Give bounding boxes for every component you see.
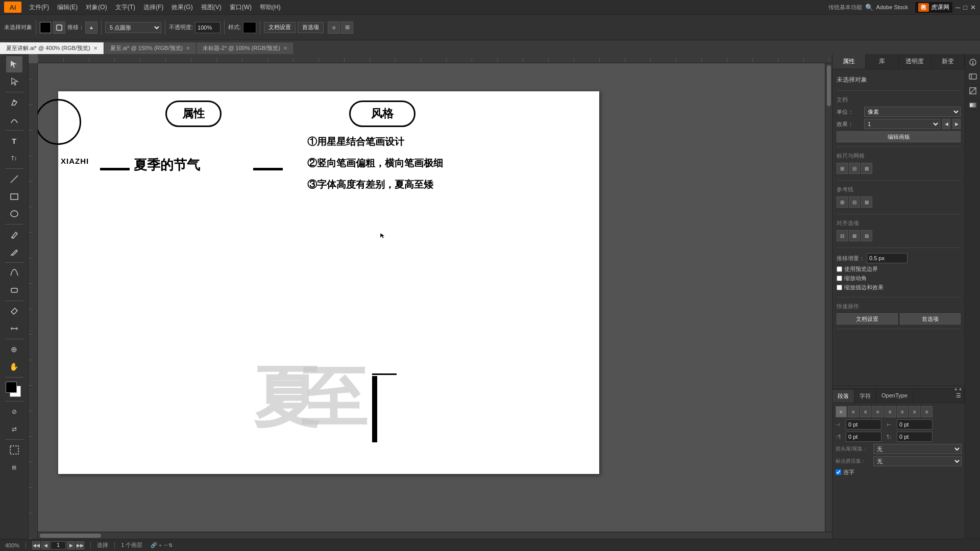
align-justify-r-btn[interactable]: ≡ bbox=[897, 406, 908, 417]
tab-1[interactable]: 夏至.ai* @ 150% (RGB/预览) ✕ bbox=[104, 42, 197, 54]
guide-icon-1[interactable]: ⊞ bbox=[837, 196, 848, 208]
tab-close-2[interactable]: ✕ bbox=[283, 45, 287, 51]
stroke-icon-btn[interactable] bbox=[53, 21, 65, 34]
opacity-input[interactable] bbox=[195, 22, 220, 33]
eraser-tool[interactable] bbox=[6, 282, 22, 298]
direct-select-tool[interactable] bbox=[6, 73, 22, 90]
type-tool[interactable]: T bbox=[6, 133, 22, 149]
page-number-input[interactable] bbox=[51, 541, 66, 549]
resolution-dropdown[interactable]: 1 bbox=[864, 119, 940, 129]
tab-gradient[interactable]: 新变 bbox=[932, 54, 965, 69]
minimize-icon[interactable]: ─ bbox=[955, 4, 960, 11]
edit-artboards-btn[interactable]: 编辑画板 bbox=[837, 131, 961, 142]
page-nav-left[interactable]: ◀◀ bbox=[32, 541, 40, 549]
tab-properties[interactable]: 属性 bbox=[832, 54, 866, 69]
hand-tool[interactable]: ✋ bbox=[6, 359, 22, 375]
vertical-scrollbar[interactable] bbox=[825, 63, 832, 532]
ruler-icon-2[interactable]: ⊟ bbox=[849, 163, 860, 174]
menu-edit[interactable]: 编辑(E) bbox=[54, 2, 81, 13]
measure-tool[interactable] bbox=[6, 320, 22, 337]
menu-object[interactable]: 对象(O) bbox=[82, 2, 110, 13]
use-preview-checkbox[interactable] bbox=[837, 266, 842, 272]
tab-libraries[interactable]: 库 bbox=[866, 54, 899, 69]
style-swatch[interactable] bbox=[243, 22, 256, 33]
menu-view[interactable]: 视图(V) bbox=[198, 2, 225, 13]
align-icon-1[interactable]: ⊟ bbox=[837, 230, 848, 241]
swap-colors-btn[interactable]: ⇄ bbox=[6, 421, 22, 437]
align-icon-3[interactable]: ⊞ bbox=[861, 230, 872, 241]
foreground-swatch[interactable] bbox=[6, 382, 17, 393]
menu-help[interactable]: 帮助(H) bbox=[256, 2, 284, 13]
panel-menu-btn[interactable]: ☰ bbox=[953, 390, 965, 403]
tab-paragraph[interactable]: 段落 bbox=[832, 390, 854, 403]
guide-icon-3[interactable]: ⊠ bbox=[861, 196, 872, 208]
ruler-icon-3[interactable]: ⊠ bbox=[861, 163, 872, 174]
indent-right-input[interactable] bbox=[897, 419, 933, 430]
eyedropper-tool[interactable] bbox=[6, 303, 22, 319]
tab-0[interactable]: 夏至讲解.ai* @ 400% (RGB/预览) ✕ bbox=[0, 42, 104, 54]
page-nav-next[interactable]: ▶ bbox=[67, 541, 75, 549]
tab-close-0[interactable]: ✕ bbox=[93, 45, 97, 51]
artboard-remove-icon[interactable]: ─ bbox=[164, 542, 167, 548]
touch-type-tool[interactable]: T↕ bbox=[6, 150, 22, 166]
zoom-tool[interactable]: ⊕ bbox=[6, 341, 22, 358]
indent-left-input[interactable] bbox=[846, 419, 881, 430]
resolution-nav-left[interactable]: ◀ bbox=[942, 119, 950, 129]
menu-window[interactable]: 窗口(W) bbox=[226, 2, 255, 13]
unit-dropdown[interactable]: 像素 bbox=[864, 107, 961, 117]
ellipse-tool[interactable] bbox=[6, 206, 22, 222]
paintbrush-tool[interactable] bbox=[6, 227, 22, 243]
align-center-btn[interactable]: ≡ bbox=[848, 406, 859, 417]
align-justify-btn[interactable]: ≡ bbox=[872, 406, 884, 417]
align-justify-l-btn[interactable]: ≡ bbox=[909, 406, 920, 417]
doc-settings-btn[interactable]: 文档设置 bbox=[264, 22, 296, 33]
align-icon-btn[interactable]: ≡ bbox=[328, 21, 340, 34]
ruler-icon-1[interactable]: ⊞ bbox=[837, 163, 848, 174]
nudge-input[interactable] bbox=[867, 253, 908, 263]
scale-corners-checkbox[interactable] bbox=[837, 276, 842, 281]
preferences-btn-2[interactable]: 首选项 bbox=[900, 313, 961, 324]
maximize-icon[interactable]: □ bbox=[963, 4, 967, 11]
menu-file[interactable]: 文件(F) bbox=[26, 2, 53, 13]
libraries-btn[interactable]: ⊞ bbox=[6, 459, 22, 475]
page-nav-last[interactable]: ▶▶ bbox=[76, 541, 84, 549]
menu-effect[interactable]: 效果(G) bbox=[168, 2, 196, 13]
scale-effects-checkbox[interactable] bbox=[837, 285, 842, 290]
shaper-tool[interactable] bbox=[6, 265, 22, 281]
pen-tool[interactable] bbox=[6, 94, 22, 111]
space-before-input[interactable] bbox=[846, 432, 881, 442]
artboard-tool[interactable] bbox=[6, 442, 22, 458]
space-after-input[interactable] bbox=[897, 432, 933, 442]
libraries-icon[interactable] bbox=[967, 70, 979, 83]
menu-select[interactable]: 选择(F) bbox=[140, 2, 167, 13]
fill-none-btn[interactable]: ⊘ bbox=[6, 404, 22, 420]
color-swatches[interactable] bbox=[6, 382, 23, 399]
tab-opentype[interactable]: OpenType bbox=[876, 390, 913, 403]
page-nav-prev[interactable]: ◀ bbox=[41, 541, 50, 549]
menu-type[interactable]: 文字(T) bbox=[112, 2, 139, 13]
tab-2[interactable]: 未标题-2* @ 100% (RGB/预览) ✕ bbox=[197, 42, 294, 54]
doc-settings-btn-2[interactable]: 文档设置 bbox=[837, 313, 898, 324]
search-icon[interactable]: 🔍 bbox=[865, 4, 873, 11]
curvature-tool[interactable] bbox=[6, 112, 22, 128]
nudge-up-btn[interactable]: ▲ bbox=[85, 21, 97, 34]
tab-char[interactable]: 字符 bbox=[854, 390, 876, 403]
close-icon[interactable]: ✕ bbox=[970, 4, 976, 11]
gradient-icon[interactable] bbox=[967, 99, 979, 111]
v-scroll-thumb[interactable] bbox=[827, 65, 831, 106]
arrowhead-end-select[interactable]: 无 bbox=[873, 456, 962, 466]
transparency-icon[interactable] bbox=[967, 85, 979, 97]
tab-transparency[interactable]: 透明度 bbox=[899, 54, 932, 69]
properties-icon[interactable] bbox=[967, 56, 979, 68]
align-justify-all-btn[interactable]: ≡ bbox=[885, 406, 896, 417]
arrange-icon-btn[interactable]: ⊞ bbox=[341, 21, 353, 34]
align-left-btn[interactable]: ≡ bbox=[836, 406, 847, 417]
resolution-nav-right[interactable]: ▶ bbox=[952, 119, 961, 129]
selection-tool[interactable] bbox=[6, 56, 22, 72]
stroke-type-dropdown[interactable]: 5 点圆形 bbox=[105, 22, 161, 33]
align-icon-2[interactable]: ⊠ bbox=[849, 230, 860, 241]
artboard-add-icon[interactable]: ＋ bbox=[158, 542, 163, 549]
align-force-btn[interactable]: ≡ bbox=[921, 406, 933, 417]
pencil-tool[interactable] bbox=[6, 244, 22, 260]
horizontal-scrollbar[interactable] bbox=[38, 532, 832, 539]
